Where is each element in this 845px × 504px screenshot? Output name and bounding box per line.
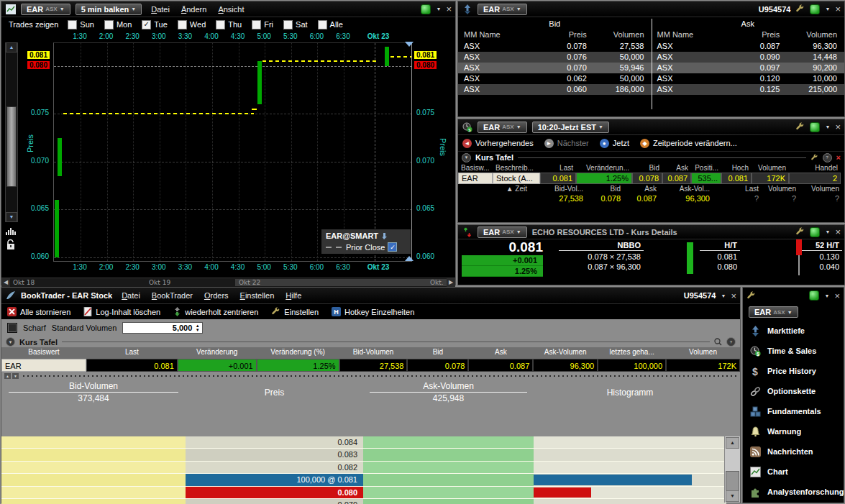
column-header[interactable]: Veränderun...	[576, 163, 632, 173]
scroll-up-button[interactable]: ▲	[6, 42, 17, 52]
day-filter-fri[interactable]: Fri	[252, 20, 273, 29]
unlock-icon[interactable]	[6, 239, 16, 252]
day-filter-thu[interactable]: Thu	[216, 20, 242, 29]
chevron-down-icon[interactable]: ▼	[825, 124, 830, 129]
subcolumn-header[interactable]: ▲ Zeit	[458, 184, 530, 193]
ts-toolbar-vorhergehendes[interactable]: ◄Vorhergehendes	[462, 139, 534, 148]
ladder-ask-cell[interactable]	[363, 449, 534, 460]
column-header[interactable]: Basiswert	[1, 347, 86, 359]
column-header[interactable]: Ask	[662, 163, 691, 173]
depth-symbol-selector[interactable]: EAR ASX ▼	[478, 4, 527, 15]
day-filter-sun[interactable]: Sun	[68, 20, 94, 29]
ladder-bid-cell[interactable]	[1, 499, 186, 504]
collapse-up-icon[interactable]: ▲	[4, 373, 11, 379]
ladder-price-cell[interactable]: 0.082	[186, 462, 363, 473]
prior-close-checkbox[interactable]: ✓	[388, 242, 397, 252]
bt-toolbar-einstellen[interactable]: Einstellen	[271, 307, 319, 318]
day-filter-wed[interactable]: Wed	[178, 20, 206, 29]
menu-item-ndern[interactable]: Ändern	[181, 5, 206, 14]
column-header[interactable]: Ask-Volumen	[533, 347, 598, 359]
chart-horizontal-scrollbar[interactable]: ◀ Okt 18 Okt 19 Okt 22 Okt. ▶	[1, 278, 455, 287]
chevron-down-icon[interactable]: ▼	[436, 6, 441, 12]
armed-checkbox[interactable]	[7, 323, 17, 333]
stepper-icon[interactable]: ▲▼	[193, 323, 201, 333]
checkbox-icon[interactable]	[104, 20, 114, 29]
bid-volume-header[interactable]: Bid-Volumen	[9, 381, 178, 393]
link-shield-icon[interactable]	[809, 290, 819, 301]
collapse-down-icon[interactable]: ▼	[12, 373, 19, 379]
scroll-down-button[interactable]: ▼	[6, 212, 17, 222]
bt-toolbar-loginhaltlschen[interactable]: Log-Inhalt löschen	[83, 307, 160, 318]
bt-toolbar-allestornieren[interactable]: Alle stornieren	[7, 307, 70, 318]
subcolumn-header[interactable]: Volumen	[799, 184, 842, 193]
ladder-bid-cell[interactable]	[1, 474, 186, 485]
volume-histogram-icon[interactable]	[6, 226, 17, 237]
help-icon[interactable]: ?	[726, 337, 736, 347]
ts-toolbar-jetzt[interactable]: ●Jetzt	[600, 139, 629, 148]
checkbox-icon[interactable]	[216, 20, 225, 29]
sidebar-item-markttiefe[interactable]: Markttiefe	[743, 321, 844, 341]
scroll-down-button[interactable]: ▼	[726, 490, 739, 502]
subcolumn-header[interactable]: Ask-Vol...	[659, 184, 713, 193]
day-filter-tue[interactable]: ✓Tue	[142, 20, 168, 29]
column-header[interactable]: Basisw...	[458, 163, 493, 173]
ladder-bid-cell[interactable]	[1, 449, 186, 460]
ladder-ask-cell[interactable]	[363, 474, 534, 485]
link-shield-icon[interactable]	[810, 4, 820, 14]
link-shield-icon[interactable]	[810, 227, 820, 237]
sidebar-item-timesales[interactable]: $Time & Sales	[743, 341, 844, 361]
ladder-row[interactable]: 0.082	[1, 462, 740, 474]
ladder-price-cell[interactable]: 0.079	[186, 499, 363, 504]
close-icon[interactable]: ×	[731, 291, 736, 301]
day-filter-sat[interactable]: Sat	[283, 20, 308, 29]
magnifier-icon[interactable]	[714, 338, 722, 346]
axis-marker-bottom[interactable]	[405, 256, 414, 261]
wrench-icon[interactable]	[795, 227, 805, 237]
ts-quote-row[interactable]: EARStock (A...0.0811.25%0.0780.087535...…	[458, 173, 844, 184]
column-header[interactable]: Volumen	[780, 30, 844, 41]
ladder-price-cell[interactable]: 0.083	[186, 449, 363, 460]
column-header[interactable]: Bid-Volumen	[339, 347, 408, 359]
ts-toolbar-zeitperiodeverndern[interactable]: ◆Zeitperiode verändern...	[640, 139, 737, 148]
ladder-ask-cell[interactable]	[363, 487, 534, 498]
checkbox-icon[interactable]	[68, 20, 77, 29]
chart-symbol-selector[interactable]: EAR ASX ▼	[21, 4, 70, 15]
column-header[interactable]: Positi...	[691, 163, 721, 173]
menu-item-datei[interactable]: Datei	[122, 291, 140, 300]
details-symbol-selector[interactable]: EAR ASX ▼	[478, 226, 527, 238]
column-header[interactable]: Volumen	[587, 30, 652, 41]
column-header[interactable]: Last	[86, 347, 178, 359]
sidebar-item-nachrichten[interactable]: Nachrichten	[743, 441, 844, 462]
wrench-icon[interactable]	[795, 122, 805, 132]
help-icon[interactable]: ?	[823, 153, 832, 162]
column-header[interactable]: Veränderung (%)	[257, 347, 339, 359]
wrench-icon[interactable]	[810, 154, 818, 162]
ladder-bid-cell[interactable]	[1, 487, 186, 498]
menu-item-hilfe[interactable]: Hilfe	[286, 291, 301, 300]
subcolumn-header[interactable]: Bid-Vol...	[530, 184, 586, 193]
histogram-header[interactable]: Histogramm	[607, 388, 654, 398]
column-header[interactable]: Preis	[532, 30, 587, 41]
ladder-row[interactable]: 0.080	[1, 487, 740, 499]
scroll-thumb[interactable]	[235, 279, 448, 286]
ladder-row[interactable]: 0.079	[1, 499, 740, 504]
chevron-down-icon[interactable]: ▼	[721, 293, 726, 298]
subcolumn-header[interactable]: Ask	[624, 184, 659, 193]
ladder-ask-cell[interactable]	[363, 436, 534, 448]
collapse-icon[interactable]: ▼	[462, 153, 471, 162]
column-header[interactable]: Volumen	[752, 163, 789, 173]
chevron-down-icon[interactable]: ▼	[824, 293, 829, 298]
checkbox-icon[interactable]	[178, 20, 187, 29]
sidebar-item-chart[interactable]: Chart	[743, 462, 844, 482]
checkbox-icon[interactable]	[283, 20, 293, 29]
timeframe-selector[interactable]: 5 min balken ▼	[76, 4, 142, 15]
scroll-left-button[interactable]: ◀	[1, 278, 10, 287]
ladder-bid-cell[interactable]	[1, 436, 186, 448]
checkbox-icon[interactable]	[252, 20, 261, 29]
chart-vertical-scrollbar[interactable]: ▲ ▼	[5, 42, 18, 222]
column-header[interactable]: Bid	[407, 347, 468, 359]
ladder-ask-cell[interactable]	[363, 462, 534, 473]
link-shield-icon[interactable]	[810, 122, 820, 132]
column-header[interactable]: Handel	[789, 163, 841, 173]
scroll-up-button[interactable]: ▲	[726, 437, 739, 449]
